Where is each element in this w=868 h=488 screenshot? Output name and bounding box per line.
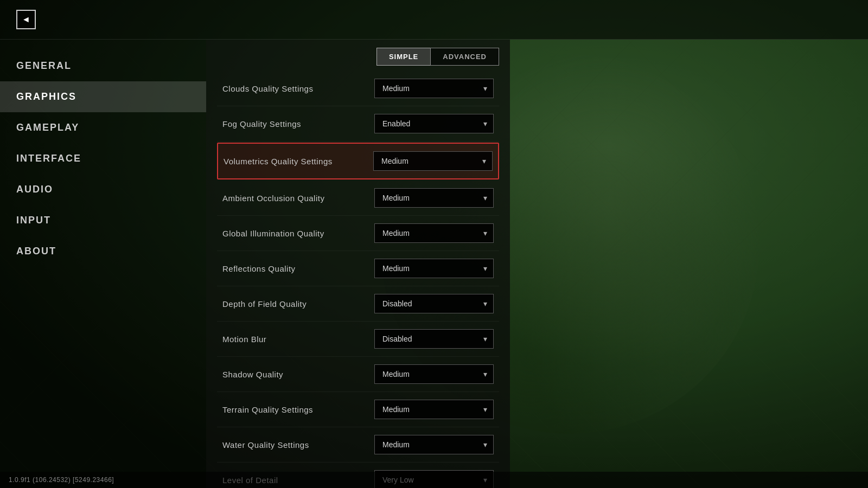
select-water-quality[interactable]: Very LowLowMediumHighVery HighUltra — [374, 435, 494, 454]
select-volumetrics-quality[interactable]: DisabledVery LowLowMediumHighVery HighUl… — [373, 151, 493, 171]
select-wrapper-clouds-quality: DisabledVery LowLowMediumHighVery HighUl… — [374, 79, 494, 98]
setting-label-volumetrics-quality: Volumetrics Quality Settings — [224, 157, 373, 166]
sidebar-item-graphics[interactable]: GRAPHICS — [0, 81, 206, 112]
main-panel: SIMPLEADVANCED Clouds Quality SettingsDi… — [206, 40, 510, 488]
setting-label-clouds-quality: Clouds Quality Settings — [222, 84, 374, 93]
setting-label-water-quality: Water Quality Settings — [222, 440, 374, 450]
settings-list[interactable]: Clouds Quality SettingsDisabledVery LowL… — [206, 66, 510, 488]
select-wrapper-ambient-occlusion: DisabledVery LowLowMediumHighVery High — [374, 188, 494, 208]
sidebar-item-audio[interactable]: AUDIO — [0, 174, 206, 205]
setting-row-depth-of-field: Depth of Field QualityDisabledVery LowLo… — [217, 286, 499, 322]
select-clouds-quality[interactable]: DisabledVery LowLowMediumHighVery HighUl… — [374, 79, 494, 98]
setting-row-motion-blur: Motion BlurDisabledVery LowLowMediumHigh… — [217, 322, 499, 357]
sidebar-item-about[interactable]: ABOUT — [0, 236, 206, 267]
select-fog-quality[interactable]: DisabledEnabled — [374, 114, 494, 133]
select-ambient-occlusion[interactable]: DisabledVery LowLowMediumHighVery High — [374, 188, 494, 208]
select-global-illumination[interactable]: DisabledVery LowLowMediumHighVery High — [374, 223, 494, 243]
select-wrapper-volumetrics-quality: DisabledVery LowLowMediumHighVery HighUl… — [373, 151, 493, 171]
sidebar-item-interface[interactable]: INTERFACE — [0, 143, 206, 174]
header: ◄ — [0, 0, 868, 40]
select-wrapper-depth-of-field: DisabledVery LowLowMediumHighVery High — [374, 294, 494, 313]
setting-row-terrain-quality: Terrain Quality SettingsVery LowLowMediu… — [217, 392, 499, 427]
setting-label-motion-blur: Motion Blur — [222, 335, 374, 344]
back-button[interactable]: ◄ — [16, 10, 36, 29]
setting-label-ambient-occlusion: Ambient Occlusion Quality — [222, 194, 374, 203]
status-bar: 1.0.9f1 (106.24532) [5249.23466] — [0, 472, 868, 488]
sidebar-item-gameplay[interactable]: GAMEPLAY — [0, 112, 206, 143]
select-wrapper-water-quality: Very LowLowMediumHighVery HighUltra — [374, 435, 494, 454]
select-terrain-quality[interactable]: Very LowLowMediumHighVery HighUltra — [374, 400, 494, 419]
sidebar: GENERALGRAPHICSGAMEPLAYINTERFACEAUDIOINP… — [0, 40, 206, 488]
setting-label-reflections-quality: Reflections Quality — [222, 264, 374, 273]
select-motion-blur[interactable]: DisabledVery LowLowMediumHighVery High — [374, 329, 494, 349]
select-wrapper-motion-blur: DisabledVery LowLowMediumHighVery High — [374, 329, 494, 349]
setting-label-shadow-quality: Shadow Quality — [222, 370, 374, 379]
setting-row-water-quality: Water Quality SettingsVery LowLowMediumH… — [217, 427, 499, 463]
tab-advanced[interactable]: ADVANCED — [430, 48, 499, 66]
setting-row-global-illumination: Global Illumination QualityDisabledVery … — [217, 216, 499, 251]
setting-label-depth-of-field: Depth of Field Quality — [222, 299, 374, 309]
setting-label-global-illumination: Global Illumination Quality — [222, 229, 374, 238]
setting-row-ambient-occlusion: Ambient Occlusion QualityDisabledVery Lo… — [217, 181, 499, 216]
setting-label-terrain-quality: Terrain Quality Settings — [222, 405, 374, 414]
select-wrapper-fog-quality: DisabledEnabled — [374, 114, 494, 133]
status-text: 1.0.9f1 (106.24532) [5249.23466] — [9, 476, 114, 484]
select-wrapper-terrain-quality: Very LowLowMediumHighVery HighUltra — [374, 400, 494, 419]
ui-wrapper: ◄ GENERALGRAPHICSGAMEPLAYINTERFACEAUDIOI… — [0, 0, 868, 488]
select-depth-of-field[interactable]: DisabledVery LowLowMediumHighVery High — [374, 294, 494, 313]
tab-simple[interactable]: SIMPLE — [376, 48, 430, 66]
tab-bar: SIMPLEADVANCED — [206, 40, 510, 66]
setting-label-fog-quality: Fog Quality Settings — [222, 119, 374, 129]
sidebar-item-input[interactable]: INPUT — [0, 205, 206, 236]
setting-row-shadow-quality: Shadow QualityDisabledVery LowLowMediumH… — [217, 357, 499, 392]
setting-row-volumetrics-quality: Volumetrics Quality SettingsDisabledVery… — [217, 143, 499, 179]
select-wrapper-global-illumination: DisabledVery LowLowMediumHighVery High — [374, 223, 494, 243]
select-wrapper-reflections-quality: DisabledVery LowLowMediumHighVery High — [374, 259, 494, 278]
content-area: GENERALGRAPHICSGAMEPLAYINTERFACEAUDIOINP… — [0, 40, 868, 488]
setting-row-fog-quality: Fog Quality SettingsDisabledEnabled — [217, 106, 499, 142]
select-reflections-quality[interactable]: DisabledVery LowLowMediumHighVery High — [374, 259, 494, 278]
setting-row-reflections-quality: Reflections QualityDisabledVery LowLowMe… — [217, 251, 499, 286]
sidebar-item-general[interactable]: GENERAL — [0, 50, 206, 81]
select-wrapper-shadow-quality: DisabledVery LowLowMediumHighVery HighUl… — [374, 364, 494, 384]
setting-row-clouds-quality: Clouds Quality SettingsDisabledVery LowL… — [217, 71, 499, 106]
select-shadow-quality[interactable]: DisabledVery LowLowMediumHighVery HighUl… — [374, 364, 494, 384]
